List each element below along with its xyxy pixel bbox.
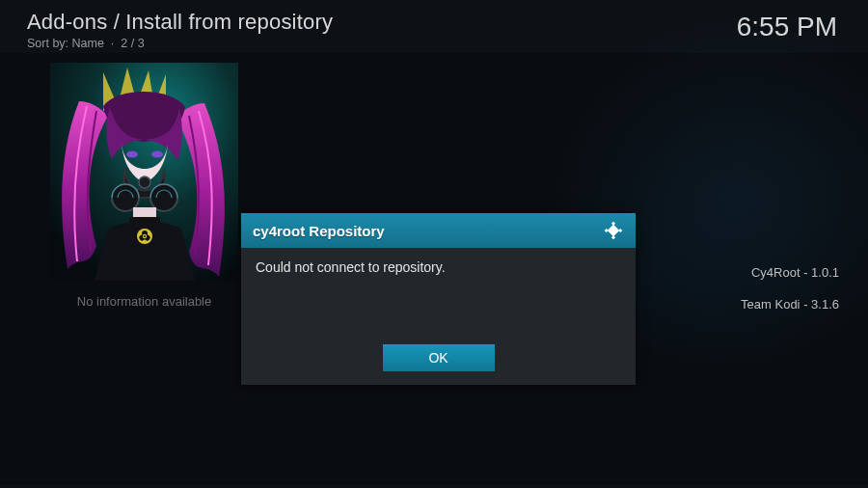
svg-rect-16 xyxy=(608,225,619,236)
breadcrumb: Add-ons / Install from repository xyxy=(27,10,841,35)
selected-item-panel: No information available xyxy=(50,63,238,309)
svg-point-11 xyxy=(144,235,146,237)
dialog-header: cy4root Repository xyxy=(241,213,636,248)
subheader: Sort by: Name · 2 / 3 xyxy=(27,37,841,50)
thumbnail-caption: No information available xyxy=(50,294,238,309)
sort-label: Sort by: Name xyxy=(27,37,104,50)
error-dialog: cy4root Repository Could not connect to … xyxy=(241,213,636,385)
addon-meta-row: Cy4Root - 1.0.1 xyxy=(741,265,839,280)
addon-meta-version: 3.1.6 xyxy=(811,297,839,312)
clock: 6:55 PM xyxy=(737,12,837,42)
svg-point-5 xyxy=(139,176,150,188)
separator-dot: · xyxy=(107,37,121,50)
ok-button[interactable]: OK xyxy=(383,344,495,371)
dialog-body: Could not connect to repository. xyxy=(241,248,636,344)
content-area: No information available Cy4Root - 1.0.1… xyxy=(0,53,868,485)
kodi-logo-icon xyxy=(603,220,624,241)
separator-dash: - xyxy=(803,297,811,312)
dialog-actions: OK xyxy=(241,344,636,385)
addon-meta-version: 1.0.1 xyxy=(811,265,839,280)
addon-meta-name: Team Kodi xyxy=(741,297,800,312)
anime-character-icon xyxy=(50,63,238,281)
addon-meta-name: Cy4Root xyxy=(751,265,800,280)
svg-point-2 xyxy=(151,151,163,158)
dialog-title: cy4root Repository xyxy=(253,223,385,239)
header: Add-ons / Install from repository Sort b… xyxy=(0,0,868,53)
separator-dash: - xyxy=(803,265,811,280)
list-position: 2 / 3 xyxy=(121,37,144,50)
selected-item-thumbnail xyxy=(50,63,238,281)
svg-point-1 xyxy=(126,151,138,158)
addon-meta-row: Team Kodi - 3.1.6 xyxy=(741,297,839,312)
addon-meta-list: Cy4Root - 1.0.1 Team Kodi - 3.1.6 xyxy=(741,265,839,329)
dialog-message: Could not connect to repository. xyxy=(256,259,621,275)
